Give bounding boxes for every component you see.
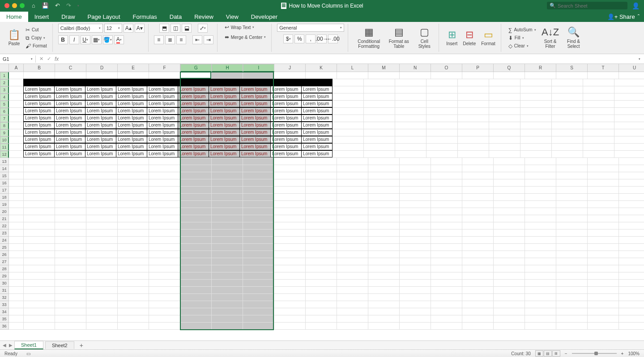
cell-J10[interactable]: Lorem Ipsum — [270, 136, 302, 143]
cell-M4[interactable] — [364, 94, 395, 101]
cell-G7[interactable]: Lorem Ipsum — [178, 115, 209, 122]
row-header-17[interactable]: 17 — [0, 187, 9, 194]
cell-S5[interactable] — [552, 101, 583, 108]
col-header-P[interactable]: P — [462, 64, 494, 72]
row-header-13[interactable]: 13 — [0, 158, 9, 165]
cell-R26[interactable] — [525, 251, 556, 258]
cell-F16[interactable] — [149, 179, 180, 187]
cell-R2[interactable] — [520, 79, 552, 86]
cell-B24[interactable] — [24, 237, 55, 244]
cell-P26[interactable] — [462, 251, 494, 258]
cell-A23[interactable] — [9, 230, 24, 237]
cell-G5[interactable]: Lorem Ipsum — [178, 100, 209, 107]
cell-E20[interactable] — [118, 208, 149, 215]
cell-F21[interactable] — [149, 215, 180, 222]
cell-I29[interactable] — [243, 272, 274, 280]
format-painter-button[interactable]: 🖌Format — [24, 42, 49, 50]
cell-D20[interactable] — [86, 208, 118, 215]
cell-E9[interactable]: Lorem Ipsum — [116, 129, 147, 136]
cell-C34[interactable] — [55, 308, 86, 315]
cell-Q36[interactable] — [494, 323, 525, 330]
cell-F9[interactable]: Lorem Ipsum — [147, 129, 178, 136]
cell-G16[interactable] — [180, 179, 212, 187]
cell-M19[interactable] — [368, 201, 400, 208]
cell-I10[interactable]: Lorem Ipsum — [239, 136, 271, 143]
cell-M35[interactable] — [368, 315, 400, 323]
cell-R35[interactable] — [525, 315, 556, 323]
cell-S34[interactable] — [556, 308, 588, 315]
cell-G8[interactable]: Lorem Ipsum — [178, 122, 209, 129]
cell-E35[interactable] — [118, 315, 149, 323]
cell-T13[interactable] — [588, 158, 619, 165]
cell-R29[interactable] — [525, 272, 556, 280]
cell-M15[interactable] — [368, 172, 400, 179]
cell-U27[interactable] — [619, 258, 644, 265]
format-as-table-button[interactable]: ▤Format as Table — [386, 26, 412, 49]
align-center-icon[interactable]: ≣ — [165, 35, 175, 44]
row-header-12[interactable]: 12 — [0, 151, 9, 158]
cell-C36[interactable] — [55, 323, 86, 330]
cell-M10[interactable] — [364, 136, 395, 144]
cell-H28[interactable] — [212, 265, 243, 272]
cell-E31[interactable] — [118, 287, 149, 294]
cell-U4[interactable] — [614, 94, 644, 101]
align-top-icon[interactable]: ⬒ — [159, 24, 169, 33]
cell-O18[interactable] — [431, 194, 462, 201]
cell-B8[interactable]: Lorem Ipsum — [23, 122, 55, 129]
cell-G14[interactable] — [180, 165, 212, 172]
normal-view-icon[interactable]: ▦ — [535, 350, 543, 357]
cell-C29[interactable] — [55, 272, 86, 280]
cell-G1[interactable] — [180, 72, 212, 79]
cell-A29[interactable] — [9, 272, 24, 280]
cell-K34[interactable] — [306, 308, 337, 315]
cell-A14[interactable] — [9, 165, 24, 172]
cell-N32[interactable] — [400, 294, 431, 301]
cell-S6[interactable] — [552, 108, 583, 115]
cell-S33[interactable] — [556, 301, 588, 308]
cell-R22[interactable] — [525, 222, 556, 230]
cell-E17[interactable] — [118, 187, 149, 194]
cell-S8[interactable] — [552, 122, 583, 129]
cell-H8[interactable]: Lorem Ipsum — [209, 122, 240, 129]
cell-P13[interactable] — [462, 158, 494, 165]
cell-T4[interactable] — [583, 94, 614, 101]
cell-I9[interactable]: Lorem Ipsum — [239, 129, 271, 136]
cell-A16[interactable] — [9, 179, 24, 187]
cell-Q25[interactable] — [494, 244, 525, 251]
cell-P16[interactable] — [462, 179, 494, 187]
cell-C15[interactable] — [55, 172, 86, 179]
cell-H5[interactable]: Lorem Ipsum — [209, 100, 240, 107]
cell-P34[interactable] — [462, 308, 494, 315]
cell-B13[interactable] — [24, 158, 55, 165]
maximize-window-icon[interactable] — [20, 3, 25, 8]
cell-O27[interactable] — [431, 258, 462, 265]
cell-L4[interactable] — [333, 94, 364, 101]
cell-A33[interactable] — [9, 301, 24, 308]
cell-M17[interactable] — [368, 187, 400, 194]
cell-N7[interactable] — [395, 115, 426, 122]
cell-I6[interactable]: Lorem Ipsum — [239, 107, 271, 115]
macro-icon[interactable]: ▭ — [26, 351, 30, 356]
cell-O30[interactable] — [431, 280, 462, 287]
cell-A9[interactable] — [9, 129, 24, 136]
cell-T26[interactable] — [588, 251, 619, 258]
page-layout-view-icon[interactable]: ▤ — [544, 350, 552, 357]
cell-U2[interactable] — [614, 79, 644, 86]
cell-L32[interactable] — [337, 294, 368, 301]
cell-Q22[interactable] — [494, 222, 525, 230]
cell-S13[interactable] — [556, 158, 588, 165]
cell-G9[interactable]: Lorem Ipsum — [178, 129, 209, 136]
col-header-C[interactable]: C — [55, 64, 86, 72]
cell-O1[interactable] — [431, 72, 462, 79]
cell-F14[interactable] — [149, 165, 180, 172]
cell-I4[interactable]: Lorem Ipsum — [239, 93, 271, 100]
cell-C14[interactable] — [55, 165, 86, 172]
cell-C12[interactable]: Lorem Ipsum — [54, 150, 85, 157]
cell-O35[interactable] — [431, 315, 462, 323]
cell-B25[interactable] — [24, 244, 55, 251]
cell-O5[interactable] — [426, 101, 458, 108]
add-sheet-button[interactable]: + — [76, 341, 87, 350]
cell-S1[interactable] — [556, 72, 588, 79]
cell-G17[interactable] — [180, 187, 212, 194]
cell-F23[interactable] — [149, 230, 180, 237]
